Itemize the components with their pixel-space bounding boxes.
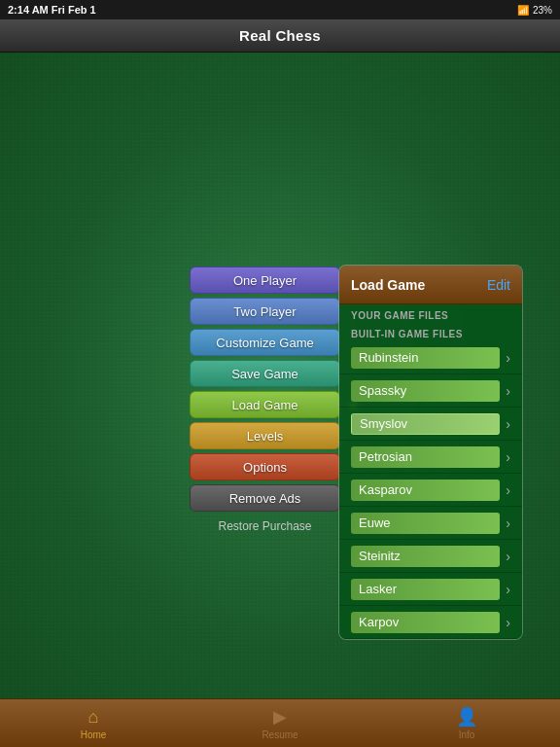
home-icon: ⌂ (88, 707, 99, 728)
tab-home-label: Home (81, 729, 107, 740)
two-player-button[interactable]: Two Player (190, 298, 340, 325)
load-game-button[interactable]: Load Game (190, 391, 340, 418)
game-file-label: Euwe (351, 513, 500, 534)
chevron-right-icon: › (506, 516, 510, 531)
game-file-label: Lasker (351, 579, 500, 600)
chevron-right-icon: › (506, 416, 510, 432)
customize-game-button[interactable]: Customize Game (190, 329, 340, 356)
game-file-label: Karpov (351, 612, 500, 633)
edit-button[interactable]: Edit (487, 277, 510, 293)
game-file-spassky[interactable]: Spassky › (339, 374, 522, 408)
tab-resume[interactable]: ▶ Resume (187, 706, 373, 740)
load-game-panel: Load Game Edit YOUR GAME FILES BUILT-IN … (338, 265, 523, 640)
chevron-right-icon: › (506, 582, 510, 597)
game-file-smyslov[interactable]: Smyslov › (339, 408, 522, 441)
game-file-kasparov[interactable]: Kasparov › (339, 474, 522, 507)
game-file-euwe[interactable]: Euwe › (339, 507, 522, 540)
load-panel-header: Load Game Edit (339, 266, 522, 304)
one-player-button[interactable]: One Player (190, 267, 340, 294)
your-files-label: YOUR GAME FILES (339, 304, 522, 323)
save-game-button[interactable]: Save Game (190, 360, 340, 387)
game-file-rubinstein[interactable]: Rubinstein › (339, 341, 522, 374)
resume-icon: ▶ (273, 706, 287, 728)
load-panel-title: Load Game (351, 277, 425, 293)
chevron-right-icon: › (506, 482, 510, 498)
tab-resume-label: Resume (262, 729, 298, 740)
app-title: Real Chess (239, 27, 321, 44)
load-panel-body: YOUR GAME FILES BUILT-IN GAME FILES Rubi… (339, 304, 522, 639)
tab-info-label: Info (459, 729, 475, 740)
options-button[interactable]: Options (190, 453, 340, 480)
wifi-icon: 📶 (517, 5, 529, 16)
restore-purchase-button[interactable]: Restore Purchase (190, 516, 340, 537)
tab-info[interactable]: 👤 Info (373, 706, 560, 740)
remove-ads-button[interactable]: Remove Ads (190, 484, 340, 512)
menu-panel: One Player Two Player Customize Game Sav… (190, 267, 340, 537)
game-file-steinitz[interactable]: Steinitz › (339, 540, 522, 573)
status-time: 2:14 AM Fri Feb 1 (8, 4, 96, 16)
game-file-label: Petrosian (351, 446, 500, 468)
game-file-karpov[interactable]: Karpov › (339, 606, 522, 639)
title-bar: Real Chess (0, 19, 560, 53)
built-in-label: BUILT-IN GAME FILES (339, 323, 522, 341)
chevron-right-icon: › (506, 383, 510, 399)
game-file-label: Steinitz (351, 546, 500, 567)
status-bar: 2:14 AM Fri Feb 1 📶 23% (0, 0, 560, 19)
game-file-label: Smyslov (351, 413, 500, 435)
status-right: 📶 23% (517, 5, 552, 16)
tab-bar: ⌂ Home ▶ Resume 👤 Info (0, 698, 560, 747)
game-file-lasker[interactable]: Lasker › (339, 573, 522, 606)
load-game-wrapper: Load Game (190, 391, 340, 418)
info-icon: 👤 (456, 706, 477, 728)
tab-home[interactable]: ⌂ Home (0, 707, 187, 740)
game-file-label: Spassky (351, 380, 500, 402)
game-file-label: Kasparov (351, 480, 500, 501)
chevron-right-icon: › (506, 615, 510, 630)
main-content: One Player Two Player Customize Game Sav… (0, 53, 560, 698)
battery-indicator: 23% (533, 5, 552, 16)
chevron-right-icon: › (506, 549, 510, 564)
levels-button[interactable]: Levels (190, 422, 340, 449)
game-file-petrosian[interactable]: Petrosian › (339, 441, 522, 474)
chevron-right-icon: › (506, 449, 510, 465)
chevron-right-icon: › (506, 350, 510, 366)
game-file-label: Rubinstein (351, 347, 500, 369)
